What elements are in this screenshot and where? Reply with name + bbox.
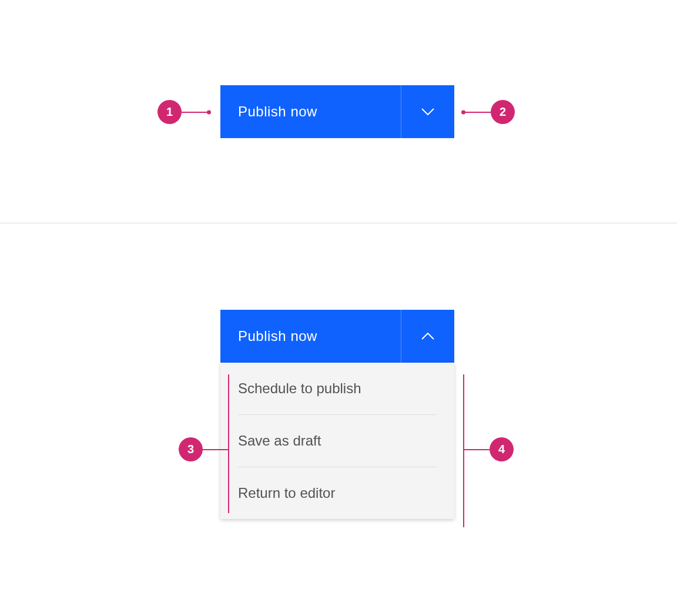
annotation-connector — [203, 449, 229, 450]
chevron-up-icon — [421, 333, 434, 340]
annotation-4: 4 — [463, 437, 514, 461]
annotation-connector — [463, 449, 490, 450]
annotation-number: 4 — [498, 443, 505, 456]
menu-item-save-draft[interactable]: Save as draft — [220, 415, 454, 467]
dropdown-trigger-button[interactable] — [401, 310, 454, 363]
example-closed-state: Publish now 1 2 — [0, 0, 677, 223]
menu-item-schedule[interactable]: Schedule to publish — [220, 363, 454, 414]
annotation-3: 3 — [179, 437, 229, 461]
menu-item-return-editor[interactable]: Return to editor — [220, 467, 454, 519]
publish-now-button[interactable]: Publish now — [220, 310, 401, 363]
dropdown-trigger-button[interactable] — [401, 85, 454, 138]
annotation-number: 3 — [187, 443, 194, 456]
annotation-badge: 4 — [490, 437, 514, 461]
menu-item-label: Save as draft — [238, 433, 321, 448]
chevron-down-icon — [421, 108, 434, 115]
menu-item-label: Return to editor — [238, 485, 335, 501]
primary-action-label: Publish now — [238, 328, 317, 344]
example-open-state: Publish now Schedule to publish Save as … — [0, 223, 677, 616]
annotation-badge: 2 — [491, 100, 515, 124]
annotation-number: 1 — [166, 105, 173, 119]
annotation-badge: 3 — [179, 437, 203, 461]
annotation-2: 2 — [463, 100, 515, 124]
annotation-badge: 1 — [157, 100, 182, 124]
primary-action-label: Publish now — [238, 103, 317, 120]
split-button-closed: Publish now — [220, 85, 454, 138]
annotation-endpoint — [207, 110, 211, 114]
publish-now-button[interactable]: Publish now — [220, 85, 401, 138]
annotation-number: 2 — [500, 105, 506, 119]
dropdown-menu: Schedule to publish Save as draft Return… — [220, 363, 454, 519]
split-button-open: Publish now — [220, 310, 454, 363]
annotation-connector — [463, 112, 491, 113]
menu-item-label: Schedule to publish — [238, 380, 361, 396]
annotation-endpoint — [461, 110, 465, 114]
annotation-connector — [182, 112, 209, 113]
annotation-1: 1 — [157, 100, 209, 124]
